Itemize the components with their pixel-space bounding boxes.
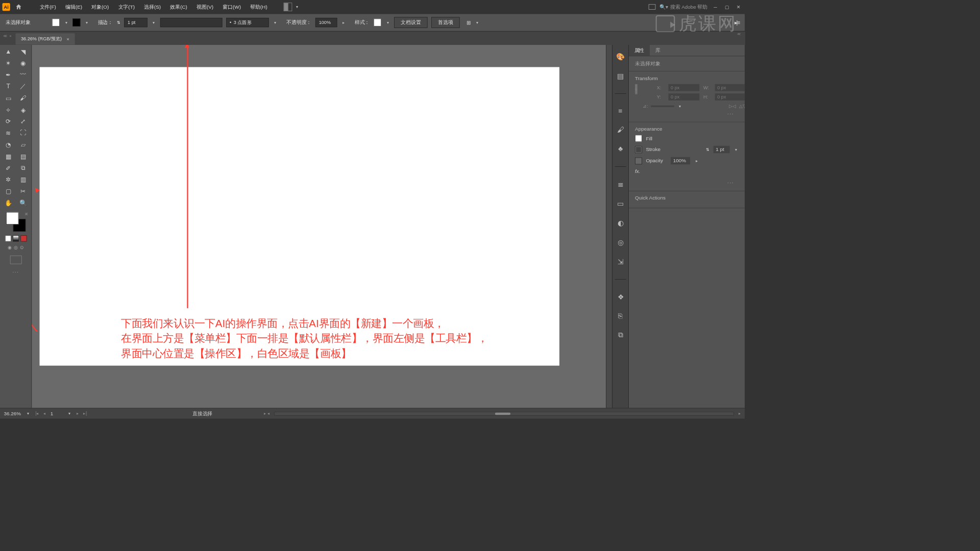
transform-more-icon[interactable]: ∙∙∙ [635, 109, 739, 118]
chevron-down-icon[interactable]: ▾ [475, 20, 480, 24]
flip-v-icon[interactable]: △▽ [739, 104, 745, 109]
x-field[interactable]: 0 px [668, 84, 699, 91]
align-icon[interactable]: ⊞ [467, 19, 471, 25]
stroke-panel-icon[interactable]: ≡ [619, 107, 623, 115]
column-graph-tool-icon[interactable]: ▥ [16, 174, 30, 185]
panel-toggle-icon[interactable]: ▸|≡ [734, 19, 740, 26]
workspace-icon[interactable] [649, 4, 656, 10]
tab-close-icon[interactable]: × [66, 36, 69, 42]
line-tool-icon[interactable]: ／ [16, 81, 30, 92]
maximize-icon[interactable]: ▢ [723, 4, 731, 10]
chevron-down-icon[interactable]: ▾ [26, 411, 31, 415]
magic-wand-tool-icon[interactable]: ✶ [2, 58, 15, 68]
chevron-down-icon[interactable]: ▾ [84, 20, 89, 24]
home-icon[interactable] [14, 2, 23, 11]
draw-behind-icon[interactable]: ◎ [14, 245, 18, 251]
stepper-icon[interactable]: ⇅ [117, 20, 120, 25]
paintbrush-tool-icon[interactable]: 🖌 [16, 93, 30, 104]
chevron-down-icon[interactable]: ▾ [677, 104, 682, 108]
perspective-tool-icon[interactable]: ▱ [16, 139, 30, 150]
color-panel-icon[interactable]: 🎨 [616, 53, 625, 61]
vertical-scrollbar[interactable] [606, 44, 612, 408]
document-setup-button[interactable]: 文档设置 [394, 17, 427, 28]
opacity-field[interactable]: 100% [315, 18, 337, 27]
stroke-weight-field[interactable]: 1 pt [124, 18, 148, 27]
menu-edit[interactable]: 编辑(E) [61, 1, 87, 13]
shaper-tool-icon[interactable]: ✧ [2, 104, 15, 115]
zoom-field[interactable]: 36.26% [4, 411, 21, 416]
minimize-icon[interactable]: ─ [712, 4, 719, 10]
reference-point-grid[interactable] [635, 84, 638, 94]
opacity-swatch[interactable] [635, 157, 642, 164]
chevron-right-icon[interactable]: ▸ [694, 159, 699, 163]
slice-tool-icon[interactable]: ✂ [16, 186, 30, 196]
mesh-tool-icon[interactable]: ▦ [2, 151, 15, 162]
libraries-panel-icon[interactable]: ⧉ [618, 331, 623, 339]
rectangle-tool-icon[interactable]: ▭ [2, 93, 15, 104]
menu-window[interactable]: 窗口(W) [218, 1, 246, 13]
chevron-down-icon[interactable]: ▾ [295, 5, 300, 9]
fill-swatch[interactable] [635, 135, 642, 142]
layers-stack-icon[interactable]: ❖ [618, 293, 624, 302]
pen-tool-icon[interactable]: ✒ [2, 69, 15, 80]
swap-colors-icon[interactable]: ⤭ [24, 211, 28, 216]
nav-next-icon[interactable]: ▸ [77, 411, 79, 416]
chevron-down-icon[interactable]: ▾ [64, 20, 69, 24]
rotate-tool-icon[interactable]: ⟳ [2, 116, 15, 127]
menu-select[interactable]: 选择(S) [139, 1, 165, 13]
stepper-icon[interactable]: ⇅ [706, 147, 709, 152]
tab-close-icon[interactable]: × [9, 34, 11, 38]
close-icon[interactable]: ✕ [734, 4, 742, 10]
chevron-down-icon[interactable]: ▾ [67, 411, 72, 415]
transparency-panel-icon[interactable]: ◐ [618, 219, 624, 228]
angle-field[interactable] [651, 106, 675, 107]
search-help[interactable]: 🔍▾ 搜索 Adobe 帮助 [659, 3, 707, 10]
menu-view[interactable]: 视图(V) [192, 1, 218, 13]
fx-label[interactable]: fx. [635, 168, 640, 174]
swatches-panel-icon[interactable]: ▤ [617, 72, 624, 81]
artboard-tool-icon[interactable]: ▢ [2, 186, 15, 196]
blend-tool-icon[interactable]: ⧉ [16, 162, 30, 173]
flip-h-icon[interactable]: ▷◁ [729, 104, 736, 109]
screen-mode-icon[interactable] [10, 256, 21, 264]
zoom-tool-icon[interactable]: 🔍 [16, 197, 30, 208]
opacity-field[interactable]: 100% [671, 157, 690, 164]
h-field[interactable]: 0 px [715, 93, 745, 101]
tab-properties[interactable]: 属性 [629, 44, 650, 56]
menu-help[interactable]: 帮助(H) [246, 1, 272, 13]
scroll-thumb[interactable] [495, 412, 510, 415]
chevron-down-icon[interactable]: ▾ [273, 20, 278, 24]
appearance-more-icon[interactable]: ∙∙∙ [635, 178, 739, 187]
scroll-right-icon[interactable]: ▸ [739, 411, 741, 416]
lasso-tool-icon[interactable]: ◉ [16, 58, 30, 68]
type-tool-icon[interactable]: T [2, 81, 15, 92]
scale-tool-icon[interactable]: ⤢ [16, 116, 30, 127]
chevron-down-icon[interactable]: ▾ [733, 147, 739, 152]
y-field[interactable]: 0 px [668, 93, 699, 101]
layers-panel-icon[interactable]: ≣ [618, 180, 623, 189]
eraser-tool-icon[interactable]: ◈ [16, 104, 30, 115]
fill-stroke-control[interactable]: ⤭ [6, 212, 26, 232]
chevron-right-icon[interactable]: ▸ [341, 20, 346, 24]
style-swatch[interactable] [374, 18, 381, 26]
menu-type[interactable]: 文字(T) [113, 1, 139, 13]
stroke-swatch[interactable] [72, 18, 80, 26]
tab-prev-icon[interactable]: ≪ [3, 34, 7, 38]
asset-export-panel-icon[interactable]: ⇲ [618, 258, 623, 266]
color-mode-gradient[interactable] [13, 235, 19, 241]
selection-tool-icon[interactable]: ▲ [2, 46, 15, 57]
nav-last-icon[interactable]: ▸| [83, 411, 87, 416]
draw-normal-icon[interactable]: ◉ [8, 245, 12, 251]
chevron-down-icon[interactable]: ▾ [151, 20, 156, 24]
gradient-tool-icon[interactable]: ▤ [16, 151, 30, 162]
symbols-panel-icon[interactable]: ♣ [618, 145, 623, 153]
color-mode-solid[interactable] [5, 235, 11, 241]
width-tool-icon[interactable]: ≋ [2, 128, 15, 138]
direct-selection-tool-icon[interactable]: ◥ [16, 46, 30, 57]
shape-builder-tool-icon[interactable]: ◔ [2, 139, 15, 150]
curvature-tool-icon[interactable]: 〰 [16, 69, 30, 80]
nav-prev-icon[interactable]: ◂ [43, 411, 46, 416]
stroke-weight-field[interactable]: 1 pt [714, 146, 730, 153]
variable-width-field[interactable] [160, 18, 223, 27]
links-panel-icon[interactable]: ⎘ [618, 312, 622, 320]
